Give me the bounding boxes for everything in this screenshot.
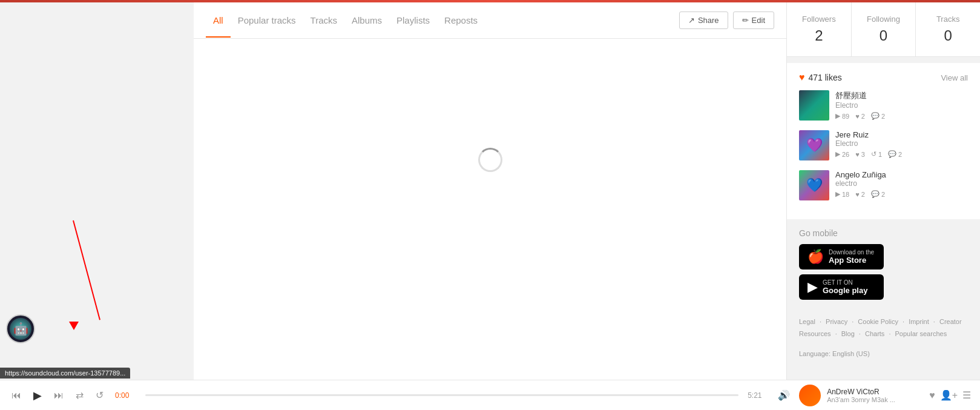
player-track-name[interactable]: AnDreW ViCtoR (827, 388, 920, 396)
likes-section: ♥ 471 likes View all 舒壓頻道 Electro ▶ (787, 63, 980, 219)
reposts-2: ↺ 1 (871, 150, 882, 158)
total-time: 5:21 (748, 391, 769, 400)
player-track-info: AnDreW ViCtoR An3'am 3omry M3ak ... (799, 385, 920, 406)
shuffle-button[interactable]: ⇄ (73, 387, 86, 403)
stats-row: Followers 2 Following 0 Tracks 0 (787, 2, 980, 57)
tab-all[interactable]: All (206, 4, 231, 38)
player-follow-button[interactable]: 👤+ (940, 389, 958, 401)
likes-count-2: 3 (861, 151, 865, 158)
view-all-link[interactable]: View all (941, 73, 968, 82)
heart-icon: ♥ (799, 72, 805, 83)
track-artist-2[interactable]: Jere Ruiz (835, 130, 968, 139)
tracks-value: 0 (922, 27, 974, 44)
reposts-count-2: 1 (878, 151, 882, 158)
track-item: 💙 Angelo Zuñiga electro ▶ 18 ♥ (799, 170, 968, 200)
tab-playlists[interactable]: Playlists (389, 4, 437, 38)
track-thumbnail-3[interactable]: 💙 (799, 170, 829, 200)
share-icon: ↗ (688, 16, 695, 25)
app-store-button[interactable]: 🍎 Download on the App Store (799, 244, 884, 269)
likes-meta-3: ♥ 2 (855, 191, 865, 198)
player-track-text: AnDreW ViCtoR An3'am 3omry M3ak ... (827, 388, 920, 403)
comments-3: 💬 2 (871, 190, 885, 198)
edit-icon: ✏ (742, 16, 749, 25)
heart-thumb-icon-3: 💙 (806, 177, 823, 193)
track-info-3: Angelo Zuñiga electro ▶ 18 ♥ 2 (835, 170, 968, 198)
followers-value: 2 (793, 27, 845, 44)
stat-following: Following 0 (852, 2, 916, 56)
likes-title: ♥ 471 likes (799, 72, 842, 83)
repeat-button[interactable]: ↺ (93, 387, 106, 403)
google-play-icon: ▶ (807, 279, 818, 295)
likes-header: ♥ 471 likes View all (799, 72, 968, 83)
robot-icon: 🤖 (13, 322, 28, 336)
player-like-button[interactable]: ♥ (929, 390, 935, 401)
avatar-inner: 🤖 (10, 318, 31, 340)
footer-charts[interactable]: Charts (865, 330, 884, 337)
likes-meta-2: ♥ 3 (855, 151, 865, 158)
store-buttons: 🍎 Download on the App Store ▶ GET IT ON … (799, 244, 968, 300)
google-play-button[interactable]: ▶ GET IT ON Google play (799, 274, 884, 300)
player-controls: ⏮ ▶ ⏭ ⇄ ↺ (9, 386, 106, 405)
player-avatar[interactable] (799, 385, 821, 406)
arrow-line (73, 220, 100, 320)
track-genre-2: Electro (835, 139, 968, 148)
track-artist-3[interactable]: Angelo Zuñiga (835, 170, 968, 179)
footer-legal[interactable]: Legal (799, 318, 815, 325)
google-play-sub: GET IT ON (823, 279, 867, 286)
app-store-main: App Store (829, 256, 874, 265)
play-icon-3: ▶ (835, 190, 840, 198)
skip-forward-button[interactable]: ⏭ (51, 388, 66, 403)
track-info-2: Jere Ruiz Electro ▶ 26 ♥ 3 (835, 130, 968, 158)
tab-reposts[interactable]: Reposts (437, 4, 485, 38)
user-avatar-small[interactable]: 🤖 (6, 314, 35, 343)
footer-blog[interactable]: Blog (841, 330, 855, 337)
track-item: 💜 Jere Ruiz Electro ▶ 26 ♥ 3 (799, 130, 968, 160)
app-store-text: Download on the App Store (829, 249, 874, 265)
player-queue-button[interactable]: ☰ (962, 389, 971, 401)
following-label: Following (858, 15, 910, 24)
plays-2: ▶ 26 (835, 150, 849, 158)
footer-imprint[interactable]: Imprint (909, 318, 929, 325)
comment-icon-3: 💬 (871, 190, 880, 198)
language-value: English (US) (832, 350, 870, 357)
nav-tabs: All Popular tracks Tracks Albums Playlis… (194, 2, 786, 39)
tab-popular-tracks[interactable]: Popular tracks (231, 4, 303, 38)
plays-1: ▶ 89 (835, 112, 849, 120)
url-hint: https://soundcloud.com/user-13577789... (0, 368, 130, 379)
loading-spinner (478, 148, 502, 172)
track-thumbnail-2[interactable]: 💜 (799, 130, 829, 160)
footer-popular[interactable]: Popular searches (895, 330, 947, 337)
footer-privacy[interactable]: Privacy (826, 318, 847, 325)
plays-3: ▶ 18 (835, 190, 849, 198)
tab-albums[interactable]: Albums (344, 4, 389, 38)
stat-tracks: Tracks 0 (916, 2, 980, 56)
track-item: 舒壓頻道 Electro ▶ 89 ♥ 2 (799, 90, 968, 121)
loading-area (194, 39, 786, 281)
play-button[interactable]: ▶ (31, 386, 44, 405)
track-thumbnail-1[interactable] (799, 90, 829, 121)
comments-count-1: 2 (881, 113, 885, 120)
arrow-head (69, 322, 79, 330)
comments-count-3: 2 (881, 191, 885, 198)
likes-count: 471 likes (809, 73, 842, 82)
volume-button[interactable]: 🔊 (778, 389, 790, 401)
nav-actions: ↗ Share ✏ Edit (679, 12, 774, 29)
tab-tracks[interactable]: Tracks (303, 4, 344, 38)
plays-count-3: 18 (842, 191, 849, 198)
comments-2: 💬 2 (888, 150, 902, 158)
progress-bar[interactable] (145, 394, 738, 396)
followers-label: Followers (793, 15, 845, 24)
share-button[interactable]: ↗ Share (679, 12, 728, 29)
main-layout: 🤖 All Popular tracks Tracks Albums Playl… (0, 2, 980, 380)
like-icon-1: ♥ (855, 113, 860, 120)
apple-icon: 🍎 (807, 249, 824, 265)
language-section: Language: English (US) (787, 348, 980, 363)
edit-label: Edit (752, 16, 765, 25)
skip-back-button[interactable]: ⏮ (9, 388, 24, 403)
stat-followers: Followers 2 (787, 2, 852, 56)
go-mobile-title: Go mobile (799, 228, 968, 238)
footer-cookie[interactable]: Cookie Policy (858, 318, 898, 325)
track-artist-1[interactable]: 舒壓頻道 (835, 90, 968, 101)
edit-button[interactable]: ✏ Edit (733, 12, 774, 29)
repost-icon-2: ↺ (871, 150, 876, 158)
